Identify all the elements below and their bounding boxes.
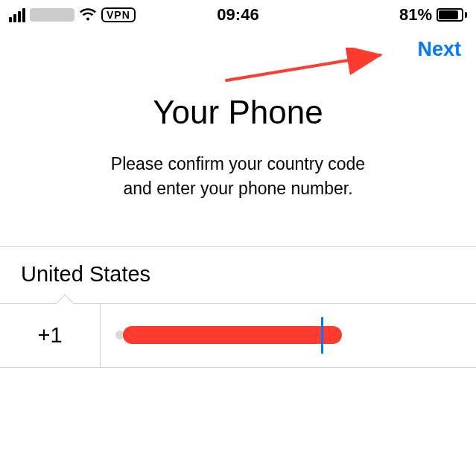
header-area: Your Phone Please confirm your country c… xyxy=(0,68,476,246)
carrier-name-redacted xyxy=(30,8,74,22)
status-bar: VPN 09:46 81% xyxy=(0,0,476,30)
vpn-badge: VPN xyxy=(101,7,136,22)
page-subtitle: Please confirm your country code and ent… xyxy=(30,152,446,202)
phone-input-row: +1 xyxy=(0,303,476,368)
battery-icon xyxy=(437,8,467,22)
subtitle-line-2: and enter your phone number. xyxy=(123,179,352,198)
phone-redaction-scribble xyxy=(123,326,342,344)
nav-bar: Next xyxy=(0,30,476,68)
country-code-cell[interactable]: +1 xyxy=(0,304,101,367)
country-selector[interactable]: United States xyxy=(0,247,476,303)
subtitle-line-1: Please confirm your country code xyxy=(111,154,365,173)
phone-number-cell[interactable] xyxy=(101,304,476,367)
page-title: Your Phone xyxy=(30,94,446,131)
battery-percent-text: 81% xyxy=(399,5,432,25)
wifi-icon xyxy=(79,8,97,22)
cellular-signal-icon xyxy=(9,8,25,22)
text-caret xyxy=(321,317,323,354)
next-button[interactable]: Next xyxy=(417,38,461,61)
